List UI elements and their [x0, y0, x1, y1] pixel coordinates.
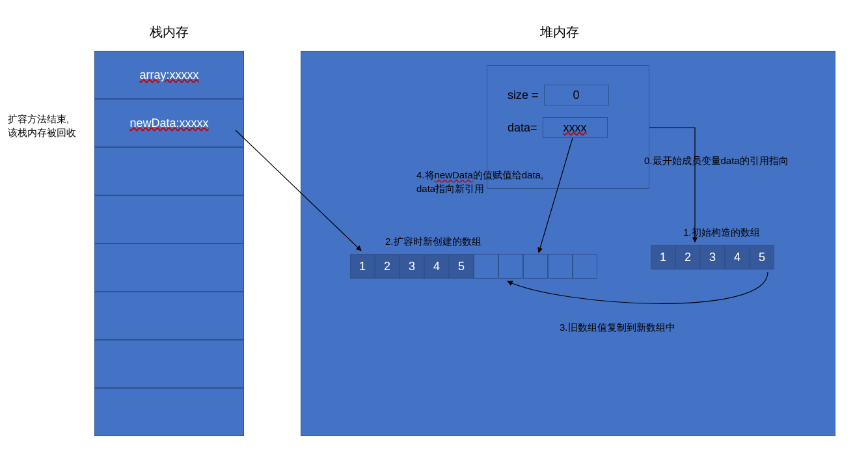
label-0: 0.最开始成员变量data的引用指向	[644, 155, 789, 167]
side-note-line1: 扩容方法结束,	[8, 112, 76, 126]
old-array-cell: 5	[750, 245, 774, 270]
new-array-cell-empty	[548, 254, 573, 279]
old-array-cell: 4	[725, 245, 750, 270]
stack-cell-5	[94, 292, 244, 340]
label-1: 1.初始构造的数组	[683, 227, 760, 239]
data-value: xxxx	[543, 117, 608, 138]
size-row: size = 0	[508, 85, 609, 105]
stack-cell-2	[94, 147, 244, 195]
old-array-cell: 1	[651, 245, 675, 270]
new-array-cell-empty	[523, 254, 548, 279]
stack-cell-3	[94, 195, 244, 243]
data-row: data= xxxx	[508, 117, 608, 138]
label-4: 4.将newData的值赋值给data, data指向新引用	[416, 168, 543, 195]
label-4b: data指向新引用	[416, 182, 543, 195]
label-4a: 4.将newData的值赋值给data,	[416, 168, 543, 182]
new-array-cell-empty	[498, 254, 523, 279]
stack-cell-6	[94, 340, 244, 388]
old-array: 1 2 3 4 5	[651, 245, 774, 270]
stack-cell-1: newData:xxxxx	[94, 99, 244, 147]
size-label: size =	[508, 89, 539, 102]
stack-cell-0: array:xxxxx	[94, 51, 244, 99]
side-note-line2: 该栈内存被回收	[8, 126, 76, 139]
old-array-cell: 2	[675, 245, 700, 270]
new-array-cell: 1	[350, 254, 375, 279]
stack-cell-0-text: array:xxxxx	[139, 68, 198, 82]
new-array-cell: 4	[424, 254, 449, 279]
new-array-cell: 2	[375, 254, 400, 279]
new-array-cell: 3	[400, 254, 424, 279]
side-note: 扩容方法结束, 该栈内存被回收	[8, 112, 76, 139]
stack-cell-7	[94, 388, 244, 436]
new-array-cell-empty	[474, 254, 498, 279]
stack-title: 栈内存	[150, 23, 189, 41]
label-2: 2.扩容时新创建的数组	[385, 236, 481, 248]
data-label: data=	[508, 121, 537, 135]
old-array-cell: 3	[700, 245, 725, 270]
new-array-cell: 5	[449, 254, 474, 279]
stack-cell-1-text: newData:xxxxx	[129, 117, 208, 130]
label-3: 3.旧数组值复制到新数组中	[560, 322, 675, 334]
new-array-cell-empty	[573, 254, 597, 279]
new-array: 1 2 3 4 5	[350, 254, 597, 279]
heap-title: 堆内存	[540, 23, 579, 41]
stack-cell-4	[94, 243, 244, 292]
size-value: 0	[544, 85, 609, 105]
